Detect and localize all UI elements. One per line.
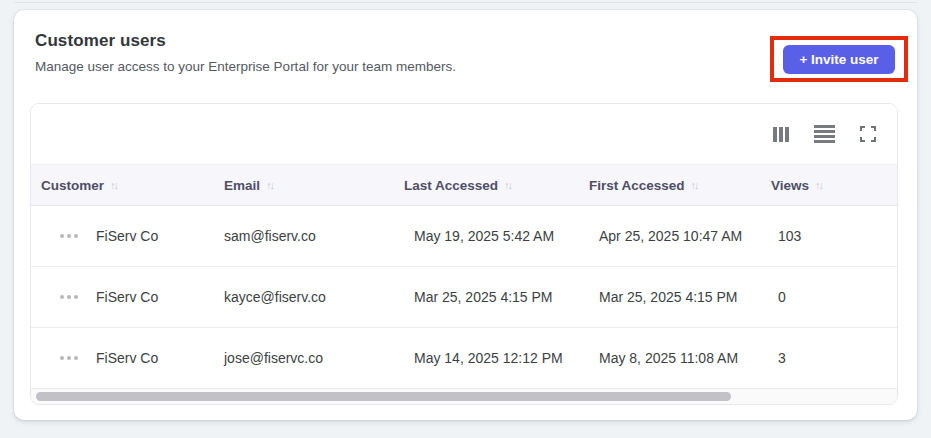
views-cell: 0 xyxy=(761,289,897,305)
table-row: FiServ Co sam@fiserv.co May 19, 2025 5:4… xyxy=(31,206,897,267)
columns-icon[interactable] xyxy=(771,125,792,144)
customer-users-card: Customer users Manage user access to you… xyxy=(14,10,917,420)
email-cell: sam@fiserv.co xyxy=(214,228,394,244)
last-accessed-cell: May 19, 2025 5:42 AM xyxy=(394,228,579,244)
annotation-highlight-box: + Invite user xyxy=(770,36,908,82)
views-cell: 3 xyxy=(761,350,897,366)
sort-icon[interactable]: ↑↓ xyxy=(691,179,700,191)
columns-icon-glyph xyxy=(773,127,790,142)
customer-cell: FiServ Co xyxy=(96,350,158,366)
column-header-views[interactable]: Views ↑↓ xyxy=(761,178,897,193)
column-header-label: Last Accessed xyxy=(404,178,498,193)
table-row: FiServ Co jose@fiservc.co May 14, 2025 1… xyxy=(31,328,897,389)
column-header-last-accessed[interactable]: Last Accessed ↑↓ xyxy=(394,178,579,193)
row-density-icon[interactable] xyxy=(812,123,837,145)
views-cell: 103 xyxy=(761,228,897,244)
row-menu-icon[interactable] xyxy=(41,287,96,307)
page-title: Customer users xyxy=(35,31,166,51)
row-density-icon-glyph xyxy=(814,125,835,143)
sort-icon[interactable]: ↑↓ xyxy=(266,179,275,191)
column-header-label: Views xyxy=(771,178,809,193)
fullscreen-icon-glyph xyxy=(860,126,876,142)
first-accessed-cell: May 8, 2025 11:08 AM xyxy=(579,350,761,366)
column-header-label: Customer xyxy=(41,178,104,193)
invite-user-button[interactable]: + Invite user xyxy=(783,45,894,74)
column-header-label: First Accessed xyxy=(589,178,685,193)
last-accessed-cell: May 14, 2025 12:12 PM xyxy=(394,350,579,366)
table-toolbar xyxy=(31,104,897,164)
column-header-label: Email xyxy=(224,178,260,193)
horizontal-scrollbar-thumb[interactable] xyxy=(36,392,731,401)
sort-icon[interactable]: ↑↓ xyxy=(815,179,824,191)
sort-icon[interactable]: ↑↓ xyxy=(110,179,119,191)
email-cell: kayce@fiserv.co xyxy=(214,289,394,305)
column-header-customer[interactable]: Customer ↑↓ xyxy=(31,178,214,193)
horizontal-scrollbar[interactable] xyxy=(31,389,897,404)
row-menu-icon[interactable] xyxy=(41,226,96,246)
row-menu-icon[interactable] xyxy=(41,348,96,368)
customer-cell: FiServ Co xyxy=(96,289,158,305)
email-cell: jose@fiservc.co xyxy=(214,350,394,366)
last-accessed-cell: Mar 25, 2025 4:15 PM xyxy=(394,289,579,305)
page-subtitle: Manage user access to your Enterprise Po… xyxy=(35,59,456,74)
table-header-row: Customer ↑↓ Email ↑↓ Last Accessed ↑↓ Fi… xyxy=(31,164,897,206)
column-header-email[interactable]: Email ↑↓ xyxy=(214,178,394,193)
users-table-panel: Customer ↑↓ Email ↑↓ Last Accessed ↑↓ Fi… xyxy=(30,103,898,405)
first-accessed-cell: Mar 25, 2025 4:15 PM xyxy=(579,289,761,305)
fullscreen-icon[interactable] xyxy=(858,124,878,144)
first-accessed-cell: Apr 25, 2025 10:47 AM xyxy=(579,228,761,244)
column-header-first-accessed[interactable]: First Accessed ↑↓ xyxy=(579,178,761,193)
table-row: FiServ Co kayce@fiserv.co Mar 25, 2025 4… xyxy=(31,267,897,328)
customer-cell: FiServ Co xyxy=(96,228,158,244)
sort-icon[interactable]: ↑↓ xyxy=(504,179,513,191)
top-divider xyxy=(14,2,917,3)
